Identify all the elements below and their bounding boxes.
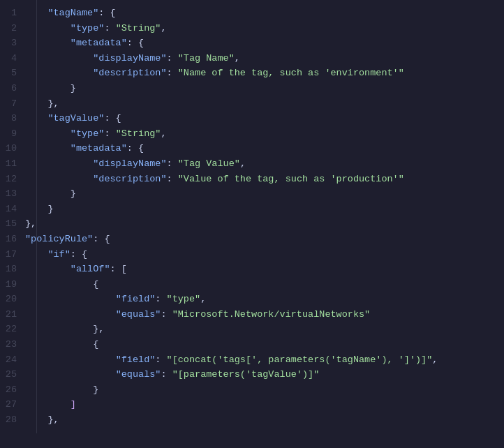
punct-token: :: [104, 23, 115, 33]
line-number: 28: [0, 412, 25, 428]
string-token: "[concat('tags[', parameters('tagName'),…: [167, 354, 433, 365]
string-token: "String": [116, 128, 161, 139]
punct-token: : [: [110, 264, 127, 274]
table-row: 6 }: [0, 81, 504, 96]
string-token: "type": [167, 294, 201, 304]
code-content: },: [25, 96, 493, 112]
line-number: 23: [0, 337, 25, 352]
line-number: 2: [0, 21, 25, 36]
string-token: "Name of the tag, such as 'environment'": [178, 68, 404, 78]
code-content: "if": {: [25, 247, 493, 262]
line-number: 20: [0, 292, 25, 307]
code-content: "displayName": "Tag Value",: [25, 156, 493, 172]
table-row: 2 "type": "String",: [0, 21, 504, 36]
code-content: "metadata": {: [25, 141, 493, 156]
key-token: "displayName": [93, 158, 166, 169]
table-row: 3 "metadata": {: [0, 36, 504, 51]
table-row: 4 "displayName": "Tag Name",: [0, 51, 504, 66]
table-row: 21 "equals": "Microsoft.Network/virtualN…: [0, 307, 504, 322]
table-row: 15},: [0, 216, 504, 232]
table-row: 14 }: [0, 202, 504, 217]
code-content: "tagName": {: [25, 6, 493, 21]
table-row: 25 "equals": "[parameters('tagValue')]": [0, 367, 504, 382]
punct-token: },: [47, 98, 59, 109]
punct-token: :: [161, 369, 172, 380]
code-content: },: [25, 412, 493, 428]
key-token: "metadata": [71, 143, 127, 154]
punct-token: :: [167, 68, 178, 78]
table-row: 23 {: [0, 337, 504, 352]
key-token: "field": [116, 294, 156, 304]
line-number: 24: [0, 352, 25, 368]
punct-token: },: [93, 324, 104, 334]
code-content: "policyRule": {: [25, 232, 493, 247]
key-token: "metadata": [71, 38, 127, 48]
line-number: 19: [0, 277, 25, 292]
string-token: "Tag Name": [178, 53, 235, 64]
code-content: }: [25, 186, 493, 202]
key-token: "description": [93, 68, 166, 78]
bracket-token: ]: [71, 399, 76, 410]
key-token: "allOf": [71, 264, 110, 274]
line-number: 12: [0, 172, 25, 187]
line-number: 4: [0, 51, 25, 66]
line-number: 14: [0, 202, 25, 217]
line-number: 16: [0, 232, 25, 247]
line-number: 27: [0, 397, 25, 412]
line-number: 18: [0, 262, 25, 277]
table-row: 11 "displayName": "Tag Value",: [0, 156, 504, 172]
code-content: {: [25, 277, 493, 292]
key-token: "type": [71, 23, 105, 33]
key-token: "equals": [116, 309, 161, 320]
key-token: "displayName": [93, 53, 166, 64]
key-token: "field": [116, 354, 156, 365]
key-token: "type": [71, 128, 105, 139]
key-token: "tagName": [47, 8, 98, 18]
punct-token: : {: [127, 143, 144, 154]
line-number: 8: [0, 111, 25, 126]
punct-token: }: [71, 188, 76, 199]
punct-token: }: [93, 384, 98, 395]
code-content: "description": "Name of the tag, such as…: [25, 66, 493, 81]
line-number: 7: [0, 96, 25, 112]
punct-token: : {: [98, 8, 115, 18]
key-token: "if": [47, 249, 70, 260]
line-number: 15: [0, 216, 25, 232]
punct-token: :: [155, 294, 166, 304]
code-content: "allOf": [: [25, 262, 493, 277]
key-token: "equals": [116, 369, 161, 380]
table-row: 27 ]: [0, 397, 504, 412]
line-number: 6: [0, 81, 25, 96]
punct-token: ,: [240, 158, 246, 169]
key-token: "description": [93, 174, 166, 184]
line-number: 9: [0, 126, 25, 142]
table-row: 24 "field": "[concat('tags[', parameters…: [0, 352, 504, 368]
punct-token: }: [71, 83, 76, 94]
code-content: }: [25, 81, 493, 96]
table-row: 22 },: [0, 322, 504, 337]
line-number: 13: [0, 186, 25, 202]
code-content: {: [25, 337, 493, 352]
punct-token: {: [93, 279, 98, 290]
punct-token: ,: [432, 354, 438, 365]
code-content: ]: [25, 397, 493, 412]
table-row: 19 {: [0, 277, 504, 292]
code-content: "description": "Value of the tag, such a…: [25, 172, 493, 187]
punct-token: : {: [104, 113, 121, 124]
punct-token: :: [167, 174, 178, 184]
punct-token: },: [47, 415, 59, 425]
key-token: "tagValue": [47, 113, 104, 124]
string-token: "[parameters('tagValue')]": [172, 369, 320, 380]
line-number: 5: [0, 66, 25, 81]
punct-token: :: [155, 354, 166, 365]
code-editor: 1 "tagName": {2 "type": "String",3 "meta…: [0, 0, 504, 433]
line-number: 11: [0, 156, 25, 172]
line-number: 1: [0, 6, 25, 21]
punct-token: ,: [200, 294, 206, 304]
code-content: "equals": "Microsoft.Network/virtualNetw…: [25, 307, 493, 322]
punct-token: :: [167, 158, 178, 169]
table-row: 12 "description": "Value of the tag, suc…: [0, 172, 504, 187]
table-row: 13 }: [0, 186, 504, 202]
line-number: 25: [0, 367, 25, 382]
line-number: 21: [0, 307, 25, 322]
